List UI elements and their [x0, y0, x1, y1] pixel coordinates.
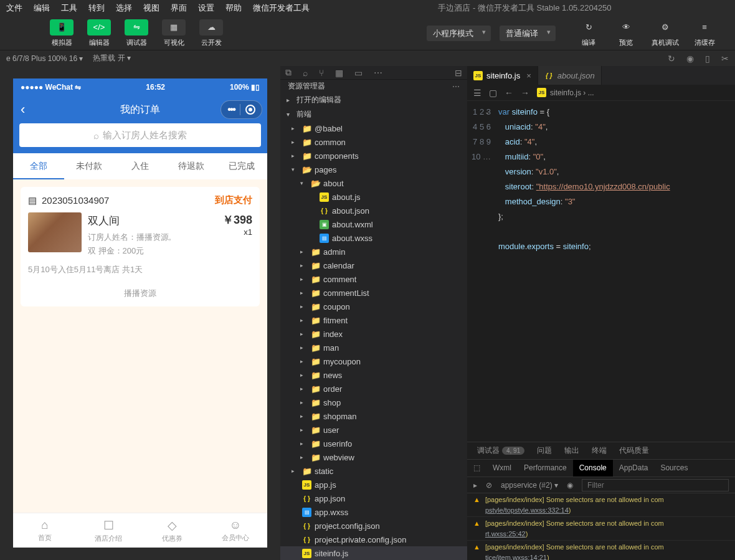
tree-item[interactable]: ▸📁user: [280, 423, 467, 437]
subtab-appdata[interactable]: AppData: [613, 460, 655, 477]
explorer-more-icon[interactable]: ⋯: [452, 82, 460, 91]
close-mp-icon[interactable]: [245, 105, 255, 115]
tab-quality[interactable]: 代码质量: [619, 445, 649, 456]
menu-item[interactable]: 微信开发者工具: [253, 2, 310, 14]
mode-select[interactable]: 小程序模式: [427, 26, 491, 41]
menu-item[interactable]: 编辑: [34, 2, 50, 14]
tree-item[interactable]: ▸📁shop: [280, 396, 467, 409]
tab-terminal[interactable]: 终端: [592, 445, 607, 456]
menu-dots-icon[interactable]: •••: [227, 103, 235, 116]
tree-item[interactable]: ▸📁@babel: [280, 121, 467, 135]
tree-item[interactable]: { }about.json: [280, 204, 467, 217]
back-nav-icon[interactable]: ←: [505, 88, 513, 98]
menu-item[interactable]: 工具: [61, 2, 77, 14]
files-icon[interactable]: ⧉: [285, 67, 292, 78]
tree-item[interactable]: ▤app.wxss: [280, 505, 467, 519]
tab-done[interactable]: 已完成: [216, 153, 267, 179]
tree-item[interactable]: ▸📁common: [280, 135, 467, 149]
tree-item[interactable]: ▸📁userinfo: [280, 437, 467, 450]
tree-item[interactable]: JSabout.js: [280, 190, 467, 204]
fwd-nav-icon[interactable]: →: [521, 88, 529, 98]
compile-button[interactable]: ↻编译: [571, 17, 607, 50]
eye-icon[interactable]: ◉: [567, 481, 573, 490]
git-icon[interactable]: ⑂: [319, 68, 324, 78]
code-content[interactable]: var siteinfo = { uniacid: "4", acid: "4"…: [498, 101, 735, 442]
subtab-wxml[interactable]: Wxml: [486, 460, 518, 477]
tree-item[interactable]: ▸📁shopman: [280, 409, 467, 423]
tree-item[interactable]: ▸📁admin: [280, 245, 467, 259]
tab-checkin[interactable]: 入住: [115, 153, 166, 179]
order-card[interactable]: ▤ 2023051034907 到店支付 双人间 订房人姓名：播播资源, 双 押…: [21, 187, 260, 306]
subtab-sources[interactable]: Sources: [654, 460, 694, 477]
editor-tab-about-json[interactable]: { } about.json: [538, 66, 602, 85]
layout-icon[interactable]: ⊟: [455, 68, 462, 78]
search-input[interactable]: ⌕ 输入订房人姓名搜索: [19, 123, 261, 147]
tab-refund[interactable]: 待退款: [166, 153, 217, 179]
menu-item[interactable]: 选择: [116, 2, 132, 14]
preview-button[interactable]: 👁预览: [608, 17, 644, 50]
device-select[interactable]: e 6/7/8 Plus 100% 16 ▾: [6, 54, 83, 63]
more-icon[interactable]: ⋯: [374, 68, 382, 78]
debugger-button[interactable]: ⇋调试器: [118, 17, 154, 50]
ext-icon[interactable]: ▦: [335, 68, 343, 78]
console-warning[interactable]: ▲[pages/index/index] Some selectors are …: [467, 493, 735, 517]
close-tab-icon[interactable]: ×: [526, 71, 531, 80]
nav-user[interactable]: ☺会员中心: [204, 513, 267, 548]
menu-item[interactable]: 帮助: [225, 2, 242, 14]
context-select[interactable]: appservice (#2) ▾: [501, 481, 558, 490]
tab-all[interactable]: 全部: [13, 153, 64, 179]
remote-debug-button[interactable]: ⚙真机调试: [645, 17, 685, 50]
menu-item[interactable]: 视图: [143, 2, 159, 14]
tree-item[interactable]: ▸📁fitment: [280, 313, 467, 327]
hotreload-toggle[interactable]: 热重载 开 ▾: [93, 53, 131, 64]
tree-item[interactable]: ▸📁static: [280, 464, 467, 478]
console-output[interactable]: ▲[pages/index/index] Some selectors are …: [467, 493, 735, 560]
nav-coupon[interactable]: ◇优惠券: [140, 513, 204, 548]
code-editor[interactable]: 1⌄ 2 3 4 5 6 7 8 9 10 … var siteinfo = {…: [467, 101, 735, 442]
nav-home[interactable]: ⌂首页: [13, 513, 77, 548]
menu-item[interactable]: 转到: [88, 2, 105, 14]
tree-item[interactable]: { }project.config.json: [280, 519, 467, 533]
tree-item[interactable]: ▸📁comment: [280, 272, 467, 286]
cloud-dev-button[interactable]: ☁云开发: [193, 17, 229, 50]
tree-item[interactable]: ▸📁components: [280, 149, 467, 163]
editor-tab-siteinfo[interactable]: JS siteinfo.js ×: [467, 66, 538, 85]
root-section[interactable]: ▾前端: [280, 107, 467, 121]
subtab-console[interactable]: Console: [573, 460, 613, 477]
visualize-button[interactable]: ▦可视化: [156, 17, 192, 50]
tree-item[interactable]: ▾📂pages: [280, 163, 467, 176]
audio-icon[interactable]: ◉: [686, 54, 694, 64]
cut-icon[interactable]: ✂: [721, 54, 729, 64]
filter-input[interactable]: [582, 479, 729, 491]
tree-item[interactable]: JSapp.js: [280, 478, 467, 491]
inspect-icon[interactable]: ⬚: [473, 460, 486, 477]
box-icon[interactable]: ▭: [354, 68, 363, 78]
tree-item[interactable]: ▸📁order: [280, 382, 467, 396]
clear-cache-button[interactable]: ≡清缓存: [686, 17, 723, 50]
play-icon[interactable]: ▸: [473, 481, 477, 490]
tab-unpaid[interactable]: 未付款: [64, 153, 115, 179]
menu-item[interactable]: 文件: [6, 2, 22, 14]
capsule-menu[interactable]: •••: [220, 100, 262, 119]
menu-item[interactable]: 界面: [171, 2, 187, 14]
editor-button[interactable]: </>编辑器: [81, 17, 117, 50]
clear-icon[interactable]: ⊘: [486, 481, 492, 490]
tree-item[interactable]: ▸📁news: [280, 368, 467, 382]
tree-item[interactable]: ▸📁coupon: [280, 300, 467, 313]
tree-item[interactable]: { }project.private.config.json: [280, 533, 467, 546]
refresh-icon[interactable]: ↻: [668, 54, 675, 64]
tree-item[interactable]: ▸📁mycoupon: [280, 354, 467, 368]
bookmark-icon[interactable]: ▢: [489, 88, 497, 98]
tab-output[interactable]: 输出: [564, 445, 579, 456]
list-icon[interactable]: ☰: [473, 88, 481, 98]
tree-item[interactable]: ▸📁commentList: [280, 286, 467, 300]
tree-item[interactable]: ▾📂about: [280, 176, 467, 190]
compile-select[interactable]: 普通编译: [500, 26, 556, 41]
nav-hotel[interactable]: ☐酒店介绍: [77, 513, 140, 548]
simulator-button[interactable]: 📱模拟器: [44, 17, 80, 50]
tree-item[interactable]: ▸📁calendar: [280, 259, 467, 272]
tree-item[interactable]: { }app.json: [280, 491, 467, 505]
console-warning[interactable]: ▲[pages/index/index] Some selectors are …: [467, 541, 735, 560]
subtab-performance[interactable]: Performance: [518, 460, 573, 477]
menu-item[interactable]: 设置: [198, 2, 214, 14]
